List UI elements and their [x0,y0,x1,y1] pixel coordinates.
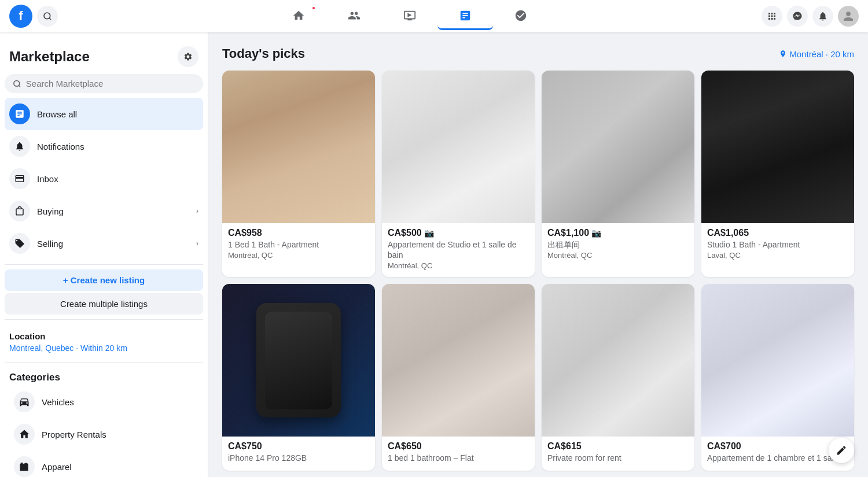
categories-section: Categories Vehicles Property Rentals App… [5,367,203,477]
listing-image-4 [701,71,854,223]
svg-point-0 [44,13,50,19]
category-property-rentals[interactable]: Property Rentals [9,418,198,450]
create-listing-label: + Create new listing [63,275,145,285]
listing-card-6[interactable]: CA$650 1 bed 1 bathroom – Flat [382,284,535,470]
listing-title-5: iPhone 14 Pro 128GB [228,453,369,463]
category-vehicles[interactable]: Vehicles [9,386,198,418]
apparel-label: Apparel [42,462,72,472]
create-listing-button[interactable]: + Create new listing [5,269,203,291]
listing-title-3: 出租单间 [547,239,689,250]
listing-title-2: Appartement de Studio et 1 salle de bain [388,239,529,260]
selling-label: Selling [37,239,189,249]
listing-image-2 [382,71,535,223]
facebook-logo[interactable]: f [9,5,32,28]
topnav-left: f [9,5,58,28]
main-content: Today's picks Montréal · 20 km CA$958 1 … [208,32,868,477]
listing-card-3[interactable]: CA$1,100 📷 出租单间 Montréal, QC [542,71,694,277]
property-rentals-label: Property Rentals [42,430,106,439]
marketplace-title: Marketplace [9,49,90,65]
marketplace-settings-button[interactable] [178,46,198,67]
listing-price-1: CA$958 [228,228,369,238]
listing-card-4[interactable]: CA$1,065 Studio 1 Bath - Apartment Laval… [701,71,854,277]
create-multiple-label: Create multiple listings [60,299,148,309]
sidebar-item-inbox[interactable]: Inbox [5,162,203,195]
marketplace-search-input[interactable] [26,79,195,88]
category-apparel[interactable]: Apparel [9,450,198,477]
listing-price-5: CA$750 [228,441,369,452]
sidebar-divider-2 [5,319,203,320]
svg-point-2 [14,80,20,86]
grid-apps-button[interactable] [762,6,782,27]
nav-home-button[interactable] [271,2,326,30]
apparel-icon [14,456,35,477]
listing-info-3: CA$1,100 📷 出租单间 Montréal, QC [542,223,694,267]
location-badge-text: Montréal · 20 km [789,49,854,59]
buying-chevron-icon: › [196,207,198,215]
svg-line-1 [49,18,51,20]
sidebar-divider-3 [5,362,203,363]
listing-location-4: Laval, QC [707,251,848,260]
notifications-button[interactable] [812,6,833,27]
location-section: Location Montreal, Quebec · Within 20 km [5,324,203,357]
top-navigation: f [0,0,868,32]
video-badge: 📷 [591,228,601,238]
notifications-label: Notifications [37,142,198,151]
sidebar-header: Marketplace [5,42,203,74]
user-avatar-button[interactable] [838,6,859,27]
listing-info-4: CA$1,065 Studio 1 Bath - Apartment Laval… [701,223,854,267]
listing-card-1[interactable]: CA$958 1 Bed 1 Bath - Apartment Montréal… [222,71,375,277]
listing-image-8 [701,284,854,437]
browse-all-icon [9,103,30,124]
global-search-button[interactable] [37,6,58,27]
location-badge[interactable]: Montréal · 20 km [779,49,854,59]
property-rentals-icon [14,424,35,445]
browse-all-label: Browse all [37,109,198,119]
listing-price-4: CA$1,065 [707,228,848,238]
listing-info-5: CA$750 iPhone 14 Pro 128GB [222,437,375,470]
listing-image-1 [222,71,375,223]
topnav-right-actions [762,6,859,27]
nav-friends-button[interactable] [326,2,382,30]
categories-title: Categories [9,372,198,383]
picks-title: Today's picks [222,46,305,61]
listings-grid: CA$958 1 Bed 1 Bath - Apartment Montréal… [222,71,854,471]
create-multiple-listings-button[interactable]: Create multiple listings [5,293,203,315]
listing-price-2: CA$500 📷 [388,228,529,238]
listing-location-1: Montréal, QC [228,251,369,260]
sidebar-divider-1 [5,264,203,265]
main-layout: Marketplace Browse all Notifications [0,32,868,477]
listing-title-8: Appartement de 1 chambre et 1 salle [707,453,848,463]
nav-video-button[interactable] [382,2,437,30]
listing-info-6: CA$650 1 bed 1 bathroom – Flat [382,437,535,470]
picks-header: Today's picks Montréal · 20 km [222,46,854,61]
listing-price-7: CA$615 [547,441,689,452]
location-value[interactable]: Montreal, Quebec · Within 20 km [9,343,198,353]
sidebar-item-buying[interactable]: Buying › [5,195,203,227]
messenger-button[interactable] [787,6,808,27]
compose-button[interactable] [829,438,854,463]
marketplace-search-bar[interactable] [5,74,203,93]
inbox-label: Inbox [37,174,198,184]
listing-card-7[interactable]: CA$615 Private room for rent [542,284,694,470]
buying-label: Buying [37,206,189,216]
selling-icon [9,233,30,254]
location-title: Location [9,331,198,341]
sidebar-item-selling[interactable]: Selling › [5,227,203,260]
listing-image-7 [542,284,694,437]
selling-chevron-icon: › [196,239,198,247]
svg-line-3 [19,85,20,87]
nav-marketplace-button[interactable] [437,2,493,30]
buying-icon [9,201,30,221]
listing-info-1: CA$958 1 Bed 1 Bath - Apartment Montréal… [222,223,375,267]
listing-title-6: 1 bed 1 bathroom – Flat [388,453,529,463]
sidebar-item-notifications[interactable]: Notifications [5,130,203,162]
sidebar-item-browse-all[interactable]: Browse all [5,98,203,130]
listing-title-7: Private room for rent [547,453,689,463]
listing-card-5[interactable]: CA$750 iPhone 14 Pro 128GB [222,284,375,470]
vehicles-icon [14,391,35,412]
listing-location-3: Montréal, QC [547,251,689,260]
listing-info-2: CA$500 📷 Appartement de Studio et 1 sall… [382,223,535,277]
nav-account-button[interactable] [493,2,549,30]
sidebar: Marketplace Browse all Notifications [0,32,208,477]
listing-card-2[interactable]: CA$500 📷 Appartement de Studio et 1 sall… [382,71,535,277]
